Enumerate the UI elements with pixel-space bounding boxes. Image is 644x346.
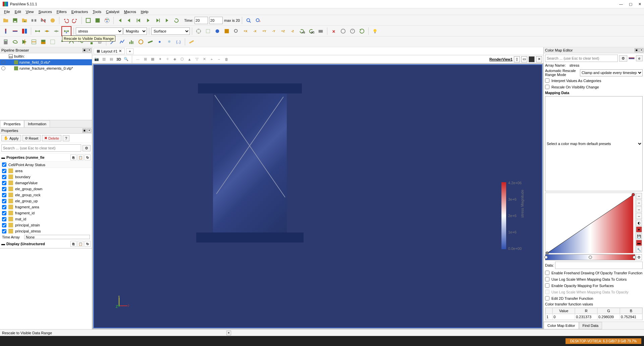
timer-log-icon[interactable] xyxy=(348,27,357,36)
measure-icon[interactable] xyxy=(187,38,196,46)
rescale-data-icon[interactable]: ↔ xyxy=(636,206,642,212)
threshold-icon[interactable] xyxy=(39,38,48,46)
float-panel-icon[interactable]: ▣ xyxy=(83,129,87,133)
vcr-play-back-icon[interactable] xyxy=(135,16,143,25)
menu-view[interactable]: View xyxy=(24,9,36,14)
time-value-input[interactable] xyxy=(195,17,208,24)
paste-icon[interactable]: 📋 xyxy=(77,241,84,247)
nan-color-icon[interactable]: ▬ xyxy=(636,240,642,246)
split-vertical-icon[interactable]: ▭ xyxy=(521,56,527,62)
zoom-to-box-icon[interactable] xyxy=(204,27,212,36)
ruler-icon[interactable] xyxy=(146,38,155,46)
select-cells-through-icon[interactable]: ⊞ xyxy=(142,56,148,62)
data-value-input[interactable] xyxy=(555,262,643,269)
hover-points-icon[interactable]: ✧ xyxy=(164,56,170,62)
slice-icon[interactable] xyxy=(30,38,38,46)
display-section-header[interactable]: ▬Display (Unstructured ⎘📋↻ xyxy=(0,240,92,248)
axis-minus-z-icon[interactable]: -Z xyxy=(288,27,297,36)
opacity-transfer-function[interactable]: ↔ ↔ ↔ ↔ ◐ ♥ 💾 ▬ 🔧 xyxy=(545,193,635,253)
remove-annotation-icon[interactable]: − xyxy=(216,56,222,62)
menu-sources[interactable]: Sources xyxy=(36,9,54,14)
start-trace-icon[interactable] xyxy=(339,27,347,36)
zoom-to-data-icon[interactable] xyxy=(244,16,253,25)
undo-icon[interactable] xyxy=(61,16,70,25)
edit-color-map-icon[interactable] xyxy=(11,27,19,36)
reload-icon[interactable]: ↻ xyxy=(85,241,91,247)
menu-tools[interactable]: Tools xyxy=(91,9,103,14)
connect-icon[interactable] xyxy=(30,16,38,25)
tree-item-fracture[interactable]: runme_fracture_elements_0.vtp* xyxy=(0,65,92,71)
zoom-custom-icon[interactable]: + xyxy=(254,16,262,25)
scalar-bar-icon[interactable] xyxy=(1,27,10,36)
copy-icon[interactable]: ⎘ xyxy=(70,241,76,247)
plot-selection-icon[interactable] xyxy=(118,38,126,46)
rescale-range-icon[interactable] xyxy=(33,27,42,36)
axis-plus-x-icon[interactable]: +X xyxy=(241,27,250,36)
pipeline-tree[interactable]: ▭ builtin: runme_field_0.vtu* runme_frac… xyxy=(0,53,92,120)
rescale-visibility-checkbox[interactable] xyxy=(545,85,549,89)
visibility-eye-icon[interactable] xyxy=(1,66,5,70)
disconnect-icon[interactable] xyxy=(39,16,48,25)
choose-preset-icon[interactable]: ♥ xyxy=(636,226,642,232)
array-row[interactable]: ele_group_down xyxy=(0,186,92,192)
split-horizontal-icon[interactable]: ▯ xyxy=(514,56,520,62)
tab-find-data[interactable]: Find Data xyxy=(579,322,602,329)
open-file-icon[interactable] xyxy=(1,16,10,25)
invert-icon[interactable]: ◐ xyxy=(636,220,642,226)
contour-icon[interactable] xyxy=(11,38,19,46)
vcr-first-icon[interactable] xyxy=(116,16,124,25)
visibility-eye-icon[interactable] xyxy=(1,60,5,64)
refresh-icon[interactable] xyxy=(358,27,366,36)
split-v-icon[interactable]: ▤ xyxy=(108,56,114,62)
redo-icon[interactable] xyxy=(71,16,79,25)
use-separate-color-icon[interactable] xyxy=(20,27,29,36)
apply-button[interactable]: ✋ Apply xyxy=(1,135,21,141)
interactive-sel-icon[interactable]: ✦ xyxy=(157,56,163,62)
vcr-forward-icon[interactable] xyxy=(153,16,162,25)
array-row[interactable]: area xyxy=(0,168,92,174)
vcr-back-icon[interactable] xyxy=(125,16,134,25)
find-data-icon[interactable] xyxy=(93,16,102,25)
reset-button[interactable]: ⊘ Reset xyxy=(22,135,41,141)
properties-search-input[interactable] xyxy=(1,144,81,152)
menu-extractors[interactable]: Extractors xyxy=(69,9,90,14)
grow-sel-icon[interactable]: ▲ xyxy=(186,56,193,62)
tab-properties[interactable]: Properties xyxy=(0,120,24,127)
screenshot-icon[interactable]: 📷 xyxy=(94,56,100,62)
close-panel-icon[interactable]: ✕ xyxy=(639,48,643,52)
sel-polygon-icon[interactable]: ⬡ xyxy=(179,56,185,62)
extract-selection-icon[interactable] xyxy=(48,38,57,46)
close-panel-icon[interactable]: ✕ xyxy=(87,48,91,52)
rescale-custom-icon[interactable] xyxy=(43,27,51,36)
select-cells-icon[interactable] xyxy=(84,16,93,25)
paste-icon[interactable]: 📋 xyxy=(77,154,84,160)
array-row[interactable]: fragment_area xyxy=(0,204,92,210)
render-view[interactable]: XYZ 4.2e+06 3e+6 2e+6 1e+6 0.0e+00 stres… xyxy=(92,63,543,329)
select-block-icon[interactable]: ▦ xyxy=(150,56,156,62)
freehand-opacity-checkbox[interactable] xyxy=(545,271,549,275)
save-icon[interactable] xyxy=(11,16,19,25)
rescale-visible-data-button[interactable] xyxy=(62,27,71,36)
vcr-last-icon[interactable] xyxy=(163,16,171,25)
tree-root[interactable]: ▭ builtin: xyxy=(0,53,92,59)
tab-information[interactable]: Information xyxy=(24,120,50,127)
probe-icon[interactable] xyxy=(155,38,164,46)
array-row[interactable]: ele_group_up xyxy=(0,198,92,204)
advanced-icon[interactable]: 🔧 xyxy=(636,247,642,253)
vcr-play-icon[interactable] xyxy=(144,16,153,25)
copy-icon[interactable]: ⎘ xyxy=(70,154,76,160)
select-points-icon[interactable]: ·∙· xyxy=(135,56,141,62)
menu-filters[interactable]: Filters xyxy=(55,9,69,14)
help-button[interactable]: ? xyxy=(63,135,69,141)
tree-item-field[interactable]: runme_field_0.vtu* xyxy=(0,59,92,65)
edit-color-legend-icon[interactable]: e xyxy=(636,55,643,61)
menu-file[interactable]: File xyxy=(2,9,12,14)
edit-2d-transfer-checkbox[interactable] xyxy=(545,296,549,300)
menu-catalyst[interactable]: Catalyst xyxy=(104,9,121,14)
close-button[interactable]: ✕ xyxy=(638,2,641,6)
cme-search-input[interactable] xyxy=(545,55,618,62)
menu-edit[interactable]: Edit xyxy=(13,9,23,14)
menu-help[interactable]: Help xyxy=(139,9,151,14)
mode-3d-icon[interactable]: 3D xyxy=(116,56,122,62)
color-strip[interactable]: ⚙ xyxy=(545,254,635,260)
